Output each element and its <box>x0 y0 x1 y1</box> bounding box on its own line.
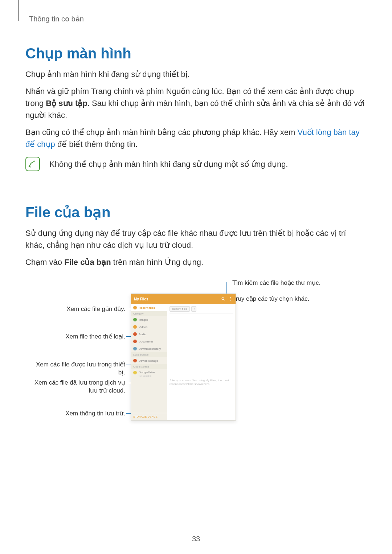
sidebar-item-device-storage[interactable]: Device storage <box>131 357 167 364</box>
callout-more-options: Truy cập các tùy chọn khác. <box>232 295 352 303</box>
sidebar-section-cloud: Cloud storage <box>131 364 167 369</box>
device-header: My Files <box>131 294 236 304</box>
figure-myfiles: Xem các file gần đây. Xem file theo thể … <box>33 279 359 431</box>
callout-cloud-storage: Xem các file đã lưu trong dịch vụ lưu tr… <box>33 379 125 395</box>
heading-screenshot: Chụp màn hình <box>25 45 367 62</box>
device-screenshot: My Files Recent files Category Images <box>131 294 236 420</box>
sidebar-item-label: Device storage <box>139 359 158 362</box>
more-options-icon[interactable] <box>228 297 233 301</box>
note-row: Không thể chụp ảnh màn hình khi đang sử … <box>25 157 367 171</box>
sidebar-item-audio[interactable]: Audio <box>131 331 167 338</box>
device-tabs: Recent files + <box>170 306 233 313</box>
text: để biết thêm thông tin. <box>55 140 138 149</box>
image-icon <box>133 318 137 321</box>
text: Bạn cũng có thể chụp ảnh màn hình bằng c… <box>25 128 298 137</box>
download-icon <box>133 347 137 350</box>
svg-line-1 <box>224 300 225 301</box>
svg-point-4 <box>230 300 231 301</box>
document-icon <box>133 340 137 343</box>
sidebar-item-recent[interactable]: Recent files <box>131 304 167 311</box>
svg-point-3 <box>230 299 231 299</box>
bold-text: Bộ sưu tập <box>46 99 87 108</box>
svg-point-2 <box>230 297 231 298</box>
page-number: 33 <box>0 535 392 543</box>
sidebar-item-documents[interactable]: Documents <box>131 338 167 345</box>
sidebar-item-videos[interactable]: Videos <box>131 323 167 331</box>
sidebar-item-images[interactable]: Images <box>131 316 167 323</box>
tab-add[interactable]: + <box>191 306 196 312</box>
sidebar-section-local: Local storage <box>131 352 167 357</box>
tab-recent-files[interactable]: Recent files <box>170 306 190 312</box>
device-sidebar: Recent files Category Images Videos Audi… <box>131 304 167 420</box>
main-placeholder-text: After you access files using My Files, t… <box>170 379 233 386</box>
callout-local-storage: Xem các file được lưu trong thiết bị. <box>33 361 125 377</box>
storage-icon <box>133 359 137 362</box>
sidebar-item-label: Download history <box>139 347 161 350</box>
sidebar-item-label: Recent files <box>139 306 155 309</box>
callout-search: Tìm kiếm các file hoặc thư mục. <box>232 279 352 287</box>
breadcrumb: Thông tin cơ bản <box>29 15 367 23</box>
sidebar-storage-usage[interactable]: STORAGE USAGE <box>131 413 167 420</box>
note-icon <box>25 157 40 171</box>
audio-icon <box>133 332 137 336</box>
device-main-panel: Recent files + After you access files us… <box>167 304 236 420</box>
paragraph: Sử dụng ứng dụng này để truy cập các fil… <box>25 227 367 251</box>
sidebar-item-label: Documents <box>139 340 153 343</box>
paragraph: Bạn cũng có thể chụp ảnh màn hình bằng c… <box>25 126 367 150</box>
sidebar-section-category: Category <box>131 311 167 316</box>
text: Chạm vào <box>25 258 64 267</box>
sidebar-item-googledrive[interactable]: GoogleDrive Not signed in <box>131 369 167 379</box>
lead-line <box>238 298 238 298</box>
search-icon[interactable] <box>221 297 225 301</box>
sidebar-item-download[interactable]: Download history <box>131 345 167 352</box>
paragraph: Chạm vào File của bạn trên màn hình Ứng … <box>25 256 367 268</box>
lead-line <box>226 282 231 282</box>
heading-myfiles: File của bạn <box>25 204 367 221</box>
paragraph: Nhấn và giữ phím Trang chính và phím Ngu… <box>25 85 367 121</box>
video-icon <box>133 325 137 329</box>
sidebar-item-label: Audio <box>139 333 146 336</box>
clock-icon <box>133 306 137 309</box>
note-text: Không thể chụp ảnh màn hình khi đang sử … <box>49 158 288 170</box>
sidebar-item-label: GoogleDrive Not signed in <box>139 371 155 377</box>
googledrive-icon <box>133 371 137 374</box>
page-corner-bar <box>18 0 19 21</box>
sidebar-item-label: Videos <box>139 325 147 329</box>
svg-point-0 <box>222 297 224 300</box>
callout-category: Xem file theo thể loại. <box>33 333 125 341</box>
sidebar-item-label: Images <box>139 318 148 321</box>
app-title: My Files <box>134 297 148 301</box>
callout-recent-files: Xem các file gần đây. <box>33 305 125 313</box>
paragraph: Chụp ảnh màn hình khi đang sử dụng thiết… <box>25 68 367 80</box>
text: trên màn hình Ứng dụng. <box>111 258 203 267</box>
bold-text: File của bạn <box>64 258 111 267</box>
callout-storage-usage: Xem thông tin lưu trữ. <box>33 410 125 418</box>
